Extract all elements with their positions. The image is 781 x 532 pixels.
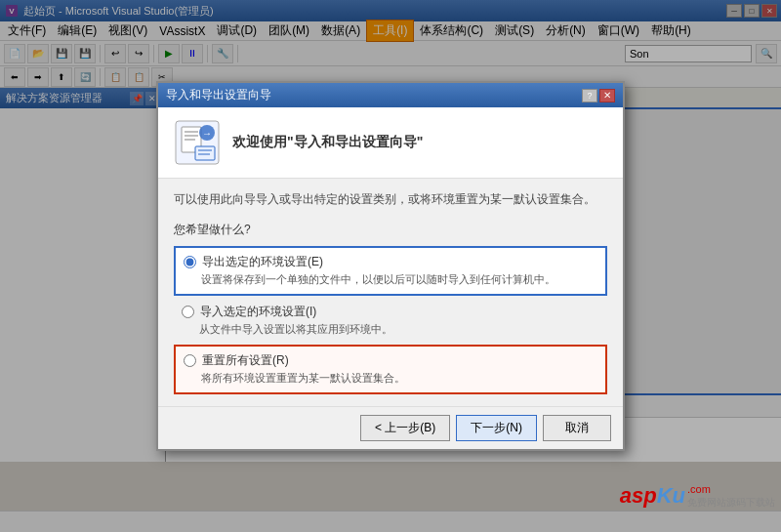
dialog-question: 您希望做什么? — [174, 222, 607, 238]
dialog-header-title: 欢迎使用"导入和导出设置向导" — [232, 134, 423, 151]
radio-export-label: 导出选定的环境设置(E) — [202, 254, 323, 270]
import-export-dialog: 导入和导出设置向导 ? ✕ → — [156, 81, 625, 450]
dialog-description: 可以使用此向导导入或导出特定的设置类别，或将环境重置为某一默认设置集合。 — [174, 190, 607, 208]
svg-text:→: → — [202, 128, 212, 139]
wizard-icon: → — [174, 119, 221, 166]
dialog-footer: < 上一步(B) 下一步(N) 取消 — [158, 406, 623, 449]
radio-reset-input[interactable] — [184, 354, 196, 367]
svg-rect-11 — [195, 146, 215, 160]
radio-group: 导出选定的环境设置(E) 设置将保存到一个单独的文件中，以便以后可以随时导入到任… — [174, 246, 607, 393]
radio-export-desc: 设置将保存到一个单独的文件中，以便以后可以随时导入到任何计算机中。 — [201, 272, 597, 287]
dialog-cancel-button[interactable]: 取消 — [543, 415, 611, 441]
radio-import-label: 导入选定的环境设置(I) — [200, 304, 316, 320]
dialog-next-button[interactable]: 下一步(N) — [456, 415, 537, 441]
radio-reset[interactable]: 重置所有设置(R) 将所有环境设置重置为某一默认设置集合。 — [174, 345, 607, 393]
radio-import-desc: 从文件中导入设置以将其应用到环境中。 — [199, 322, 599, 337]
dialog-overlay: 导入和导出设置向导 ? ✕ → — [0, 0, 781, 532]
dialog-header: → 欢迎使用"导入和导出设置向导" — [158, 107, 623, 179]
radio-reset-label: 重置所有设置(R) — [202, 352, 289, 369]
dialog-title: 导入和导出设置向导 — [166, 87, 271, 103]
radio-import-input[interactable] — [182, 306, 194, 318]
radio-export[interactable]: 导出选定的环境设置(E) 设置将保存到一个单独的文件中，以便以后可以随时导入到任… — [174, 246, 607, 295]
radio-reset-desc: 将所有环境设置重置为某一默认设置集合。 — [201, 371, 597, 386]
radio-export-input[interactable] — [184, 256, 196, 268]
dialog-back-button[interactable]: < 上一步(B) — [360, 415, 450, 441]
dialog-close-button[interactable]: ✕ — [599, 89, 615, 102]
dialog-help-btn[interactable]: ? — [582, 89, 597, 102]
radio-import[interactable]: 导入选定的环境设置(I) 从文件中导入设置以将其应用到环境中。 — [174, 298, 607, 343]
dialog-title-bar: 导入和导出设置向导 ? ✕ — [158, 83, 623, 107]
dialog-body: 可以使用此向导导入或导出特定的设置类别，或将环境重置为某一默认设置集合。 您希望… — [158, 179, 623, 405]
